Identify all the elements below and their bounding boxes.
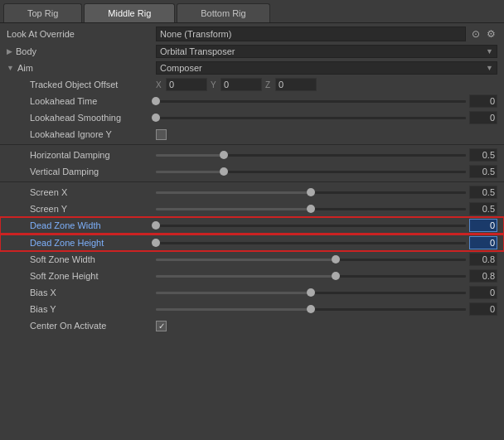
- dead-zone-height-value[interactable]: 0: [469, 236, 497, 249]
- lookahead-time-row: Lookahead Time 0: [0, 93, 504, 109]
- dead-zone-width-value[interactable]: 0: [469, 219, 497, 232]
- bias-x-value[interactable]: 0: [469, 286, 497, 299]
- screen-y-value[interactable]: 0.5: [469, 202, 497, 215]
- lookat-value[interactable]: None (Transform): [156, 27, 466, 41]
- tab-top-rig[interactable]: Top Rig: [3, 3, 82, 22]
- lookahead-ignore-y-row: Lookahead Ignore Y: [0, 126, 504, 143]
- screen-x-value[interactable]: 0.5: [469, 186, 497, 199]
- dead-zone-width-row: Dead Zone Width 0: [0, 217, 504, 234]
- lookat-label: Look At Override: [7, 29, 156, 39]
- bias-y-slider-container: 0: [156, 302, 497, 316]
- soft-zone-height-label: Soft Zone Height: [7, 271, 156, 281]
- bias-y-row: Bias Y 0: [0, 301, 504, 317]
- bias-x-slider-track[interactable]: [156, 292, 466, 294]
- soft-zone-width-label: Soft Zone Width: [7, 254, 156, 264]
- aim-dropdown-arrow-icon: ▼: [486, 64, 493, 72]
- settings-icon[interactable]: ⚙: [484, 27, 497, 41]
- dead-zone-width-slider-track[interactable]: [156, 225, 466, 227]
- screen-y-row: Screen Y 0.5: [0, 201, 504, 217]
- body-label-text: Body: [16, 46, 36, 56]
- lookat-override-row: Look At Override None (Transform) ⊙ ⚙: [0, 25, 504, 43]
- vector-x-field: X: [156, 78, 207, 91]
- lookahead-smoothing-value[interactable]: 0: [469, 111, 497, 124]
- dead-zone-width-label: Dead Zone Width: [7, 220, 156, 230]
- horizontal-damping-label: Horizontal Damping: [7, 150, 156, 160]
- soft-zone-width-slider-track[interactable]: [156, 259, 466, 261]
- horizontal-damping-value[interactable]: 0.5: [469, 148, 497, 162]
- lookahead-smoothing-slider-container: 0: [156, 111, 497, 124]
- vector-y-field: Y: [211, 78, 262, 91]
- aim-dropdown-value: Composer: [160, 63, 202, 73]
- body-dropdown-arrow-icon: ▼: [486, 47, 493, 56]
- body-label: ▶ Body: [7, 46, 156, 56]
- soft-zone-height-value[interactable]: 0.8: [469, 269, 497, 283]
- vector-y-label: Y: [211, 80, 219, 89]
- center-on-activate-label: Center On Activate: [7, 321, 156, 331]
- lookahead-time-value[interactable]: 0: [469, 94, 497, 108]
- vector-z-input[interactable]: [275, 78, 317, 91]
- lookahead-time-slider-track[interactable]: [156, 100, 466, 103]
- vertical-damping-label: Vertical Damping: [7, 167, 156, 176]
- vector-y-input[interactable]: [220, 78, 262, 91]
- screen-x-slider-track[interactable]: [156, 191, 466, 194]
- screen-x-row: Screen X 0.5: [0, 184, 504, 201]
- aim-label-text: Aim: [17, 63, 33, 73]
- soft-zone-width-slider-container: 0.8: [156, 253, 497, 266]
- checkmark-icon: ✓: [158, 322, 165, 331]
- horizontal-damping-row: Horizontal Damping 0.5: [0, 147, 504, 163]
- tracked-object-offset-label: Tracked Object Offset: [7, 80, 156, 89]
- aim-dropdown[interactable]: Composer ▼: [156, 61, 497, 75]
- vertical-damping-row: Vertical Damping 0.5: [0, 163, 504, 180]
- screen-y-slider-container: 0.5: [156, 202, 497, 215]
- bias-x-slider-container: 0: [156, 286, 497, 299]
- body-dropdown-value: Orbital Transposer: [160, 46, 235, 56]
- center-on-activate-checkbox[interactable]: ✓: [156, 321, 167, 331]
- horizontal-damping-slider-track[interactable]: [156, 154, 466, 157]
- bias-x-row: Bias X 0: [0, 284, 504, 301]
- divider-2: [0, 181, 504, 182]
- soft-zone-width-row: Soft Zone Width 0.8: [0, 251, 504, 268]
- screen-x-slider-container: 0.5: [156, 186, 497, 199]
- lookahead-time-label: Lookahead Time: [7, 96, 156, 106]
- vertical-damping-value[interactable]: 0.5: [469, 165, 497, 178]
- vector-z-field: Z: [265, 78, 317, 91]
- dead-zone-width-slider-container: 0: [156, 219, 497, 232]
- soft-zone-height-slider-container: 0.8: [156, 269, 497, 283]
- aim-row: ▼ Aim Composer ▼: [0, 60, 504, 76]
- aim-arrow-icon: ▼: [7, 64, 14, 72]
- body-dropdown[interactable]: Orbital Transposer ▼: [156, 45, 497, 58]
- target-icon[interactable]: ⊙: [469, 27, 482, 41]
- tab-middle-rig[interactable]: Middle Rig: [84, 3, 175, 22]
- screen-y-slider-track[interactable]: [156, 208, 466, 210]
- screen-y-label: Screen Y: [7, 204, 156, 214]
- lookahead-ignore-y-label: Lookahead Ignore Y: [7, 129, 156, 139]
- tracked-object-offset-row: Tracked Object Offset X Y Z: [0, 76, 504, 93]
- lookahead-smoothing-row: Lookahead Smoothing 0: [0, 109, 504, 126]
- dead-zone-height-slider-container: 0: [156, 236, 497, 249]
- bias-y-label: Bias Y: [7, 304, 156, 314]
- aim-label: ▼ Aim: [7, 63, 156, 73]
- tab-bottom-rig[interactable]: Bottom Rig: [177, 3, 269, 22]
- vertical-damping-slider-track[interactable]: [156, 171, 466, 173]
- horizontal-damping-slider-container: 0.5: [156, 148, 497, 162]
- vector-x-label: X: [156, 80, 164, 89]
- lookahead-time-slider-container: 0: [156, 94, 497, 108]
- body-row: ▶ Body Orbital Transposer ▼: [0, 43, 504, 60]
- bias-x-label: Bias X: [7, 288, 156, 297]
- dead-zone-height-slider-track[interactable]: [156, 242, 466, 244]
- lookahead-smoothing-slider-track[interactable]: [156, 117, 466, 119]
- lookahead-smoothing-label: Lookahead Smoothing: [7, 113, 156, 123]
- body-arrow-icon: ▶: [7, 47, 12, 56]
- bias-y-slider-track[interactable]: [156, 308, 466, 311]
- lookat-icons: ⊙ ⚙: [469, 27, 497, 41]
- lookahead-ignore-y-checkbox[interactable]: [156, 129, 167, 140]
- soft-zone-height-row: Soft Zone Height 0.8: [0, 268, 504, 284]
- soft-zone-width-value[interactable]: 0.8: [469, 253, 497, 266]
- soft-zone-height-slider-track[interactable]: [156, 275, 466, 278]
- dead-zone-height-label: Dead Zone Height: [7, 238, 156, 248]
- divider-1: [0, 144, 504, 145]
- vector-x-input[interactable]: [166, 78, 207, 91]
- bias-y-value[interactable]: 0: [469, 302, 497, 316]
- dead-zone-height-row: Dead Zone Height 0: [0, 235, 504, 251]
- center-on-activate-row: Center On Activate ✓: [0, 317, 504, 334]
